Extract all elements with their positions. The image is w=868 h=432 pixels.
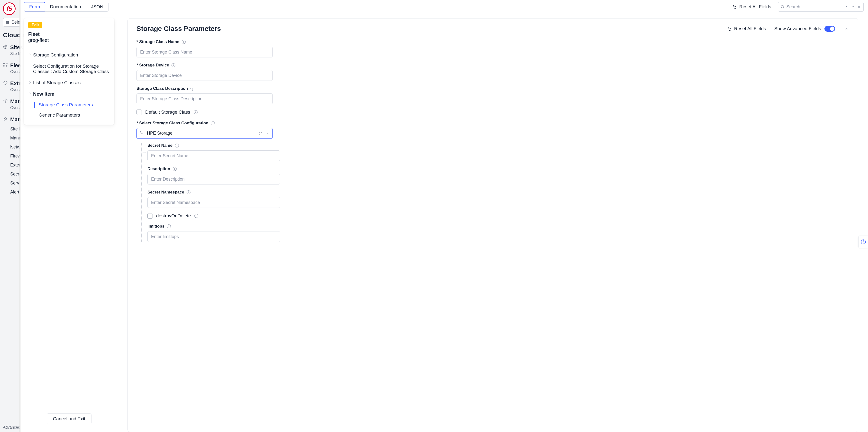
f5-logo: f5 <box>3 2 16 15</box>
label-limit-iops: limitIops <box>148 224 164 229</box>
label-select-storage-class-config: * Select Storage Class Configuration <box>136 121 209 126</box>
svg-point-22 <box>863 243 864 243</box>
select-value: HPE Storage <box>147 131 256 136</box>
tree-new-item[interactable]: New Item <box>28 88 110 100</box>
tab-documentation[interactable]: Documentation <box>45 2 86 11</box>
target-icon <box>3 80 8 85</box>
form-title: Storage Class Parameters <box>136 25 221 33</box>
svg-rect-1 <box>7 21 8 22</box>
info-icon[interactable]: i <box>211 121 215 125</box>
input-storage-device[interactable] <box>136 70 273 81</box>
input-storage-class-name[interactable] <box>136 47 273 57</box>
label-storage-class-description: Storage Class Description <box>136 86 188 91</box>
info-icon[interactable]: i <box>175 144 179 148</box>
field-secret-name: Secret Name i <box>148 143 280 161</box>
tree-storage-class-parameters[interactable]: Storage Class Parameters <box>34 100 110 110</box>
svg-rect-7 <box>7 23 8 24</box>
search-clear-icon[interactable] <box>857 4 862 9</box>
select-storage-class-config[interactable]: HPE Storage <box>136 128 273 139</box>
fleet-type-label: Fleet <box>28 31 110 37</box>
tree-select-config[interactable]: Select Configuration for Storage Classes… <box>28 61 110 77</box>
checkbox-default-storage-class[interactable] <box>136 110 142 115</box>
nodes-icon <box>3 62 8 67</box>
cancel-and-exit-button[interactable]: Cancel and Exit <box>47 413 91 424</box>
tab-json[interactable]: JSON <box>86 2 108 11</box>
svg-point-12 <box>3 65 4 66</box>
field-storage-class-description: Storage Class Description i <box>136 86 280 104</box>
field-select-storage-class-config: * Select Storage Class Configuration i H… <box>136 121 280 242</box>
undo-icon <box>727 26 732 31</box>
label-storage-class-name: * Storage Class Name <box>136 39 179 44</box>
svg-line-17 <box>783 7 784 8</box>
collapse-section-icon[interactable] <box>843 26 849 32</box>
svg-rect-3 <box>6 22 7 23</box>
svg-point-11 <box>6 63 7 64</box>
info-icon[interactable]: i <box>194 214 198 218</box>
branch-icon <box>140 131 145 136</box>
view-segmented-control: Form Documentation JSON <box>24 2 108 12</box>
undo-icon <box>732 4 737 9</box>
info-icon[interactable]: i <box>194 110 197 114</box>
gear-icon <box>3 98 8 103</box>
chevron-down-icon[interactable] <box>266 131 270 135</box>
field-storage-class-name: * Storage Class Name i <box>136 39 280 57</box>
help-floater[interactable] <box>858 236 868 248</box>
input-storage-class-description[interactable] <box>136 93 273 104</box>
advanced-toggle[interactable] <box>825 26 835 32</box>
info-icon[interactable]: i <box>190 87 194 91</box>
globe-icon <box>3 44 8 49</box>
nav-tree: Storage Configuration Select Configurati… <box>28 50 110 120</box>
field-destroy-on-delete: destroyOnDelete i <box>148 213 198 219</box>
svg-point-16 <box>781 5 784 8</box>
left-nav-panel: Edit Fleet greg-fleet Storage Configurat… <box>20 14 118 432</box>
left-nav-card: Edit Fleet greg-fleet Storage Configurat… <box>24 18 114 125</box>
info-icon[interactable]: i <box>173 167 177 171</box>
field-limit-iops: limitIops i <box>148 224 280 242</box>
svg-rect-2 <box>8 21 9 22</box>
reset-all-fields-form[interactable]: Reset All Fields <box>727 26 766 31</box>
field-description: Description i <box>148 166 280 184</box>
label-destroy-on-delete: destroyOnDelete <box>156 213 191 219</box>
label-secret-name: Secret Name <box>148 143 173 148</box>
svg-rect-6 <box>6 23 7 24</box>
info-icon[interactable]: i <box>172 63 176 67</box>
fleet-name: greg-fleet <box>28 37 110 43</box>
search-prev-icon[interactable] <box>844 4 849 9</box>
tree-sub: Storage Class Parameters Generic Paramet… <box>34 100 110 120</box>
search-box <box>778 2 864 12</box>
svg-point-15 <box>5 100 6 101</box>
input-secret-namespace[interactable] <box>148 197 280 208</box>
wrench-icon <box>3 116 8 121</box>
svg-point-14 <box>4 81 7 84</box>
svg-point-20 <box>141 131 141 132</box>
info-icon[interactable]: i <box>187 190 190 194</box>
tree-storage-configuration[interactable]: Storage Configuration <box>28 50 110 61</box>
svg-rect-0 <box>6 21 7 22</box>
svg-point-10 <box>3 63 4 64</box>
label-description: Description <box>148 166 170 171</box>
tab-form[interactable]: Form <box>24 2 45 12</box>
search-icon <box>780 4 785 9</box>
grid-icon <box>6 21 9 24</box>
bg-advanced-label: Advanced <box>3 425 20 430</box>
question-icon <box>861 239 866 245</box>
input-limit-iops[interactable] <box>148 231 280 242</box>
show-advanced-fields: Show Advanced Fields <box>774 26 835 32</box>
info-icon[interactable]: i <box>167 224 171 228</box>
checkbox-destroy-on-delete[interactable] <box>148 213 153 219</box>
reset-all-fields-top[interactable]: Reset All Fields <box>732 4 771 9</box>
field-default-storage-class: Default Storage Class i <box>136 110 197 115</box>
tree-generic-parameters[interactable]: Generic Parameters <box>34 110 110 120</box>
field-secret-namespace: Secret Namespace i <box>148 190 280 208</box>
refresh-icon[interactable] <box>258 131 262 135</box>
svg-rect-5 <box>8 22 9 23</box>
search-input[interactable] <box>786 4 843 9</box>
info-icon[interactable]: i <box>182 40 186 44</box>
tree-list-storage-classes[interactable]: List of Storage Classes <box>28 77 110 88</box>
svg-rect-8 <box>8 23 9 24</box>
svg-rect-4 <box>7 22 8 23</box>
input-secret-name[interactable] <box>148 150 280 161</box>
search-next-icon[interactable] <box>850 4 855 9</box>
input-description[interactable] <box>148 174 280 184</box>
svg-point-13 <box>6 65 7 66</box>
